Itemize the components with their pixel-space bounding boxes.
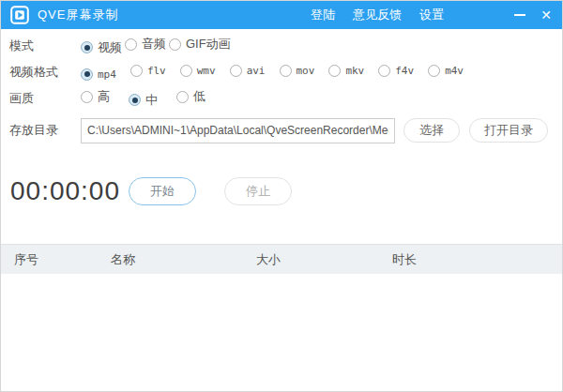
stop-recording-button[interactable]: 停止 <box>224 177 292 205</box>
format-label: 视频格式 <box>9 64 81 81</box>
radio-unselected-icon[interactable] <box>280 65 292 77</box>
quality-option-label: 高 <box>98 88 110 105</box>
mode-label: 模式 <box>9 38 81 54</box>
format-option-label: avi <box>247 65 266 77</box>
format-option-label: mkv <box>345 65 364 77</box>
column-header-size: 大小 <box>256 251 392 268</box>
format-option-avi[interactable]: avi <box>230 65 266 77</box>
format-option-wmv[interactable]: wmv <box>180 65 216 77</box>
window-controls: ✕ <box>508 1 562 29</box>
settings-link[interactable]: 设置 <box>419 7 444 23</box>
feedback-link[interactable]: 意见反馈 <box>353 7 402 23</box>
mode-option-视频[interactable]: 视频 <box>81 39 122 56</box>
format-option-mkv[interactable]: mkv <box>328 65 364 77</box>
mode-row: 模式 视频音频GIF动画 <box>1 33 562 59</box>
format-row: 视频格式 mp4flvwmvavimovmkvf4vm4v <box>1 59 562 85</box>
mode-radio-group: 视频音频GIF动画 <box>81 36 234 56</box>
radio-unselected-icon[interactable] <box>230 65 242 77</box>
radio-unselected-icon[interactable] <box>176 91 189 103</box>
radio-unselected-icon[interactable] <box>328 65 341 77</box>
directory-input[interactable] <box>81 118 395 143</box>
mode-option-label: 视频 <box>98 39 122 56</box>
directory-label: 存放目录 <box>9 122 81 139</box>
close-button[interactable]: ✕ <box>532 1 560 29</box>
radio-unselected-icon[interactable] <box>180 65 192 77</box>
app-window: QVE屏幕录制 登陆 意见反馈 设置 ✕ 模式 视频音频GIF动画 视频格式 m… <box>0 0 563 392</box>
quality-option-label: 低 <box>193 88 205 105</box>
format-option-mp4[interactable]: mp4 <box>81 68 116 81</box>
format-option-flv[interactable]: flv <box>130 65 166 77</box>
timer-display: 00:00:00 <box>10 176 121 206</box>
format-option-label: mp4 <box>98 68 116 81</box>
format-radio-group: mp4flvwmvavimovmkvf4vm4v <box>81 64 478 81</box>
format-option-m4v[interactable]: m4v <box>428 65 464 77</box>
radio-selected-icon[interactable] <box>81 68 93 81</box>
quality-row: 画质 高中低 <box>1 85 562 112</box>
radio-unselected-icon[interactable] <box>125 38 137 51</box>
titlebar: QVE屏幕录制 登陆 意见反馈 设置 ✕ <box>1 1 562 29</box>
directory-row: 存放目录 选择 打开目录 <box>1 114 562 146</box>
recorder-controls: 00:00:00 开始 停止 <box>1 177 562 205</box>
quality-option-中[interactable]: 中 <box>129 92 158 109</box>
choose-directory-button[interactable]: 选择 <box>403 118 460 143</box>
login-link[interactable]: 登陆 <box>311 7 335 23</box>
radio-unselected-icon[interactable] <box>81 91 93 103</box>
radio-unselected-icon[interactable] <box>130 65 143 77</box>
column-header-duration: 时长 <box>392 251 562 268</box>
recordings-table-header: 序号 名称 大小 时长 <box>1 244 562 274</box>
recordings-table-body <box>1 274 562 392</box>
format-option-label: m4v <box>445 65 464 77</box>
minimize-button[interactable] <box>508 1 532 29</box>
format-option-f4v[interactable]: f4v <box>378 65 414 77</box>
radio-selected-icon[interactable] <box>81 41 93 53</box>
quality-option-高[interactable]: 高 <box>81 88 110 105</box>
radio-unselected-icon[interactable] <box>378 65 390 77</box>
options-form: 模式 视频音频GIF动画 视频格式 mp4flvwmvavimovmkvf4vm… <box>1 29 562 146</box>
format-option-label: f4v <box>395 65 414 77</box>
format-option-label: wmv <box>197 65 216 77</box>
format-option-label: mov <box>297 65 315 77</box>
mode-option-label: 音频 <box>142 36 166 53</box>
mode-option-音频[interactable]: 音频 <box>125 36 166 53</box>
quality-radio-group: 高中低 <box>81 88 224 109</box>
format-option-mov[interactable]: mov <box>280 65 315 77</box>
column-header-name: 名称 <box>111 251 256 268</box>
open-directory-button[interactable]: 打开目录 <box>469 118 548 143</box>
column-header-index: 序号 <box>1 251 111 268</box>
mode-option-GIF动画[interactable]: GIF动画 <box>169 36 231 53</box>
mode-option-label: GIF动画 <box>186 36 231 53</box>
radio-unselected-icon[interactable] <box>428 65 440 77</box>
quality-option-label: 中 <box>145 92 158 109</box>
quality-option-低[interactable]: 低 <box>176 88 205 105</box>
quality-label: 画质 <box>9 90 81 107</box>
app-title: QVE屏幕录制 <box>38 7 118 23</box>
titlebar-links: 登陆 意见反馈 设置 <box>311 7 444 23</box>
start-recording-button[interactable]: 开始 <box>129 177 196 205</box>
format-option-label: flv <box>147 65 166 77</box>
app-logo-play-icon <box>10 6 29 24</box>
radio-unselected-icon[interactable] <box>169 38 181 51</box>
radio-selected-icon[interactable] <box>129 94 141 106</box>
minimize-icon <box>514 14 525 16</box>
